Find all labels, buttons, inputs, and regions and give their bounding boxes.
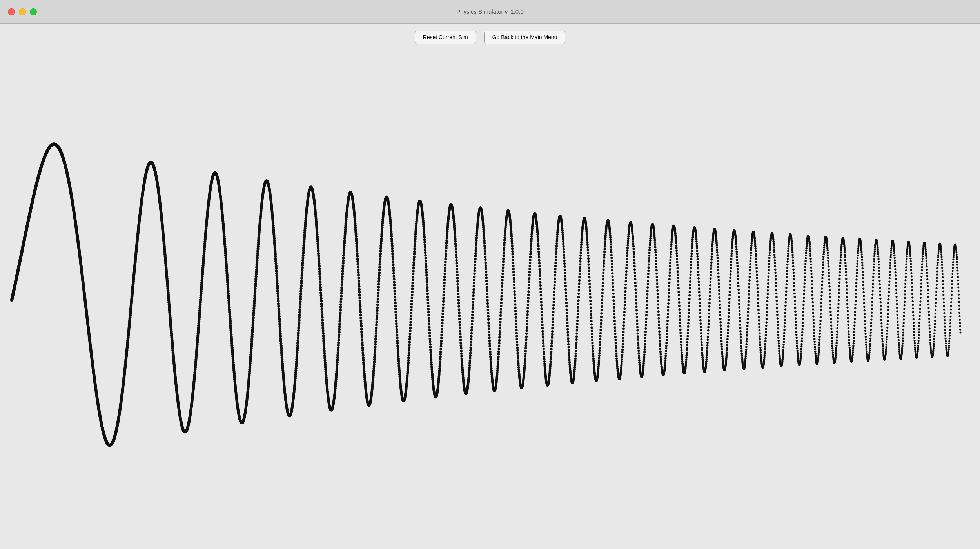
window-controls bbox=[8, 8, 37, 15]
back-button[interactable]: Go Back to the Main Menu bbox=[484, 31, 566, 44]
maximize-button[interactable] bbox=[30, 8, 37, 15]
minimize-button[interactable] bbox=[19, 8, 26, 15]
simulation-canvas-area bbox=[0, 51, 980, 549]
window-title: Physics Simulator v. 1.0.0 bbox=[456, 8, 523, 15]
toolbar: Reset Current Sim Go Back to the Main Me… bbox=[0, 24, 980, 51]
close-button[interactable] bbox=[8, 8, 15, 15]
titlebar: Physics Simulator v. 1.0.0 bbox=[0, 0, 980, 24]
reset-button[interactable]: Reset Current Sim bbox=[415, 31, 476, 44]
simulation-canvas bbox=[0, 51, 980, 549]
